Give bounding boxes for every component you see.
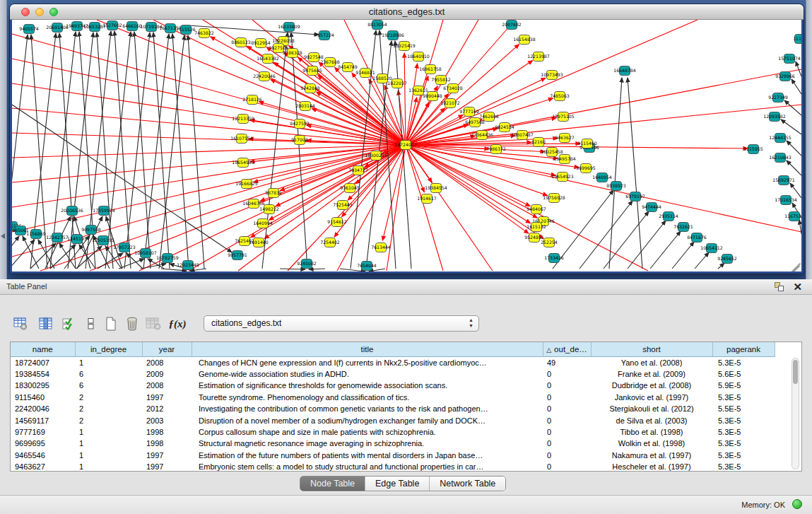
right-splitter[interactable] [806, 0, 812, 279]
table-cell[interactable]: 6 [75, 368, 142, 380]
table-cell[interactable]: 5.9E-5 [712, 380, 775, 391]
show-column-icon[interactable] [37, 315, 55, 333]
table-cell[interactable]: Wolkin et al. (1998) [591, 438, 712, 449]
table-cell[interactable]: 0 [543, 392, 591, 403]
table-row[interactable]: 911546021997Tourette syndrome. Phenomeno… [11, 392, 791, 403]
table-cell[interactable]: 9463627 [11, 461, 75, 472]
memory-ok-indicator[interactable] [792, 499, 802, 509]
node-attribute-table[interactable]: namein_degreeyeartitle△out_de…shortpager… [10, 341, 802, 472]
network-canvas[interactable]: 9405574206914061949374710653287152760264… [12, 20, 801, 271]
table-cell[interactable]: Disruption of a novel member of a sodium… [192, 415, 543, 426]
table-cell[interactable]: 22420046 [11, 403, 75, 414]
table-cell[interactable]: 9777169 [11, 426, 75, 438]
table-cell[interactable]: Stergiakouli et al. (2012) [591, 403, 712, 414]
table-cell[interactable]: 5.6E-5 [712, 368, 775, 380]
table-cell[interactable]: Embryonic stem cells: a model to study s… [192, 461, 543, 472]
network-view-window[interactable]: citations_edges.txt 94055742069140619493… [10, 4, 804, 274]
table-row[interactable]: 1872400712008Changes of HCN gene express… [11, 356, 791, 368]
table-cell[interactable]: 1 [75, 461, 142, 472]
close-window-icon[interactable] [21, 8, 30, 16]
table-selector-dropdown[interactable]: citations_edges.txt ▲▼ [204, 315, 479, 332]
table-row[interactable]: 1456911722003Disruption of a novel membe… [11, 415, 791, 426]
table-cell[interactable]: Dudbridge et al. (2008) [591, 380, 712, 391]
table-cell[interactable]: 0 [543, 426, 591, 438]
table-cell[interactable]: 5.3E-5 [712, 461, 775, 472]
table-cell[interactable]: Investigating the contribution of common… [192, 403, 543, 414]
table-row[interactable]: 946554611997Estimation of the future num… [11, 450, 791, 461]
table-row[interactable]: 1938455462009Genome-wide association stu… [11, 368, 791, 380]
left-splitter[interactable] [0, 0, 7, 279]
table-header-row[interactable]: namein_degreeyeartitle△out_de…shortpager… [11, 342, 791, 356]
table-cell[interactable]: Jankovic et al. (1997) [591, 392, 712, 403]
table-cell[interactable]: Genome-wide association studies in ADHD. [192, 368, 543, 380]
vertical-scrollbar[interactable] [792, 358, 799, 469]
table-cell[interactable]: 2009 [142, 368, 192, 380]
table-cell[interactable]: 0 [543, 415, 591, 426]
tab-network-table[interactable]: Network Table [430, 477, 505, 491]
zoom-window-icon[interactable] [49, 8, 58, 16]
column-header-pagerank[interactable]: pagerank [712, 342, 775, 356]
table-cell[interactable]: 1997 [142, 392, 192, 403]
table-cell[interactable]: 5.3E-5 [712, 426, 775, 438]
import-table-icon[interactable] [144, 315, 163, 333]
table-cell[interactable]: 5.3E-5 [712, 438, 775, 449]
table-cell[interactable]: 5.3E-5 [712, 415, 775, 426]
table-cell[interactable]: 49 [543, 356, 591, 368]
tab-edge-table[interactable]: Edge Table [365, 477, 430, 491]
new-document-icon[interactable] [102, 315, 120, 333]
table-cell[interactable]: Franke et al. (2009) [591, 368, 712, 380]
table-cell[interactable]: 0 [543, 403, 591, 414]
table-cell[interactable]: 2008 [142, 356, 192, 368]
table-row[interactable]: 946362711997Embryonic stem cells: a mode… [11, 461, 791, 472]
table-cell[interactable]: 2003 [142, 415, 192, 426]
table-cell[interactable]: 18300295 [11, 380, 75, 391]
table-cell[interactable]: Structural magnetic resonance image aver… [192, 438, 543, 449]
column-header-title[interactable]: title [192, 342, 543, 356]
window-title-bar[interactable]: citations_edges.txt [10, 4, 804, 20]
column-header-in_degree[interactable]: in_degree [75, 342, 142, 356]
table-cell[interactable]: 5.3E-5 [712, 392, 775, 403]
resize-grip[interactable] [790, 260, 800, 270]
table-cell[interactable]: 1998 [142, 438, 192, 449]
table-cell[interactable]: 1998 [142, 426, 192, 438]
tab-node-table[interactable]: Node Table [300, 477, 365, 491]
table-cell[interactable]: 0 [543, 461, 591, 472]
float-window-icon[interactable] [775, 282, 784, 291]
table-cell[interactable]: 1 [75, 450, 142, 461]
table-cell[interactable]: 6 [75, 380, 142, 391]
table-cell[interactable]: Tourette syndrome. Phenomenology and cla… [192, 392, 543, 403]
horizontal-splitter[interactable] [0, 274, 812, 279]
table-cell[interactable]: 19384554 [11, 368, 75, 380]
column-header-year[interactable]: year [142, 342, 192, 356]
table-row[interactable]: 2242004622012Investigating the contribut… [11, 403, 791, 414]
table-cell[interactable]: 1 [75, 426, 142, 438]
table-cell[interactable]: 2 [75, 415, 142, 426]
table-cell[interactable]: Yano et al. (2008) [591, 356, 712, 368]
table-cell[interactable]: de Silva et al. (2003) [591, 415, 712, 426]
table-cell[interactable]: 5.5E-5 [712, 403, 775, 414]
table-cell[interactable]: 18724007 [11, 356, 75, 368]
table-cell[interactable]: Tibbo et al. (1998) [591, 426, 712, 438]
table-cell[interactable]: 1997 [142, 450, 192, 461]
table-cell[interactable]: 2 [75, 403, 142, 414]
table-cell[interactable]: 0 [543, 380, 591, 391]
citation-network-graph[interactable]: 9405574206914061949374710653287152760264… [12, 20, 801, 271]
table-cell[interactable]: 0 [543, 450, 591, 461]
table-cell[interactable]: 0 [543, 438, 591, 449]
delete-icon[interactable] [123, 315, 141, 333]
table-panel-header[interactable]: Table Panel ✕ [0, 279, 812, 295]
scrollbar-thumb[interactable] [793, 360, 798, 384]
table-cell[interactable]: 2 [75, 392, 142, 403]
table-cell[interactable]: 0 [543, 368, 591, 380]
table-row[interactable]: 969969511998Structural magnetic resonanc… [11, 438, 791, 449]
column-header-out_de[interactable]: △out_de… [543, 342, 591, 356]
collapse-panel-arrow-icon[interactable] [1, 233, 5, 239]
table-cell[interactable]: 14569117 [11, 415, 75, 426]
table-cell[interactable]: 5.3E-5 [712, 450, 775, 461]
table-cell[interactable]: 2012 [142, 403, 192, 414]
column-header-short[interactable]: short [591, 342, 712, 356]
table-cell[interactable]: 1 [75, 438, 142, 449]
table-cell[interactable]: Estimation of the future numbers of pati… [192, 450, 543, 461]
table-cell[interactable]: Estimation of significance thresholds fo… [192, 380, 543, 391]
table-settings-icon[interactable] [11, 315, 30, 333]
